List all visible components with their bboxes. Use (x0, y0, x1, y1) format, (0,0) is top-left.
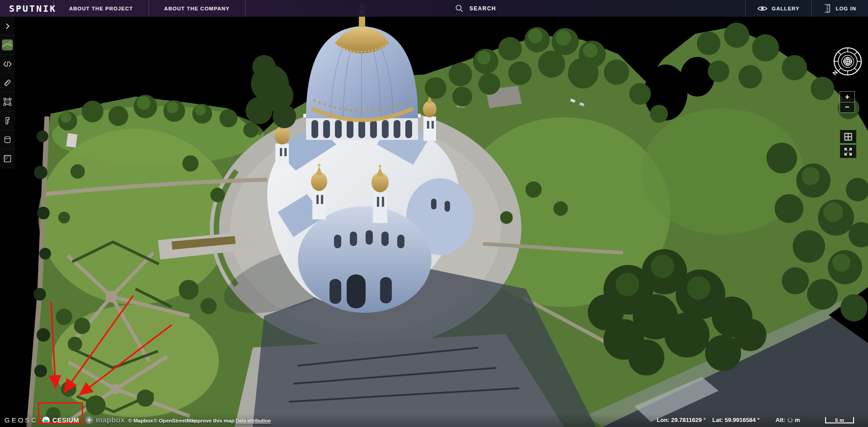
alt-unit: m (795, 417, 800, 423)
top-navbar: SPUTNIK ABOUT THE PROJECT ABOUT THE COMP… (0, 0, 868, 17)
status-bar: GEOSCAN CESIUM mapbox © Mapbox © OpenStr… (0, 413, 868, 427)
lon-label: Lon: (657, 417, 669, 423)
basemap-thumbnail (2, 39, 13, 51)
copyright-osm: © OpenStreetMap (153, 418, 197, 423)
latitude-readout: Lat: 59.9916584 ° (712, 417, 760, 423)
height-ruler-icon (4, 116, 11, 125)
fullscreen-button[interactable] (840, 145, 856, 158)
login-button[interactable]: LOG IN (812, 0, 868, 17)
measure-volume-button[interactable] (0, 130, 15, 149)
data-attribution-link[interactable]: Data attribution (236, 418, 271, 423)
cesium-icon (42, 416, 50, 424)
geoscan-text: GEOSC (5, 416, 38, 424)
gallery-button[interactable]: GALLERY (746, 0, 812, 17)
cesium-label: CESIUM (52, 417, 79, 424)
zoom-controls: + − (840, 91, 855, 113)
nav-item-about-company[interactable]: ABOUT THE COMPANY (149, 0, 245, 17)
altitude-loading-spinner (788, 418, 793, 422)
copyright-mapbox: © Mapbox (128, 418, 153, 423)
zoom-out-button[interactable]: − (840, 102, 854, 112)
login-label: LOG IN (836, 6, 856, 11)
cylinder-icon (4, 135, 11, 144)
lat-value: 59.9916584 ° (724, 417, 760, 423)
compass-control[interactable]: N (831, 43, 865, 79)
clip-icon (3, 154, 12, 163)
improve-map-link[interactable]: Improve this map (191, 418, 234, 423)
code-icon (3, 61, 12, 67)
nav-item-about-project[interactable]: ABOUT THE PROJECT (54, 0, 149, 17)
cesium-logo[interactable]: CESIUM (42, 416, 79, 424)
sputnik-logo[interactable]: SPUTNIK (0, 0, 53, 17)
grid-view-button[interactable] (840, 130, 856, 143)
map-scale-bar: 5 m (825, 417, 854, 423)
lon-value: 29.7811629 ° (671, 417, 706, 423)
grid-icon (844, 132, 853, 141)
fullscreen-icon (844, 147, 853, 156)
scale-label: 5 m (835, 418, 844, 423)
clip-model-button[interactable] (0, 149, 15, 168)
gallery-label: GALLERY (772, 6, 800, 11)
ruler-icon (3, 79, 12, 87)
alt-label: Alt: (775, 417, 785, 423)
lat-label: Lat: (712, 417, 723, 423)
tool-sidebar (0, 17, 15, 168)
search-icon (455, 4, 464, 13)
altitude-readout: Alt:m (775, 417, 800, 423)
embed-code-button[interactable] (0, 55, 15, 74)
measure-height-button[interactable] (0, 111, 15, 130)
nav-divider (245, 0, 246, 17)
longitude-readout: Lon: 29.7811629 ° (657, 417, 706, 423)
search-button[interactable]: SEARCH (455, 0, 496, 17)
gyro-icon (844, 57, 852, 65)
mapbox-label: mapbox (96, 416, 125, 424)
eye-icon (757, 5, 767, 12)
zoom-in-button[interactable]: + (840, 92, 854, 102)
measure-distance-button[interactable] (0, 74, 15, 93)
chevron-right-icon (5, 23, 11, 29)
mapbox-logo[interactable]: mapbox (85, 416, 125, 424)
mapbox-icon (85, 416, 93, 424)
expand-panel-button[interactable] (0, 17, 15, 36)
door-icon (823, 4, 831, 13)
search-label: SEARCH (469, 5, 496, 12)
scene-3d-viewport[interactable] (0, 0, 868, 427)
layers-preview-button[interactable] (0, 36, 15, 55)
measure-area-button[interactable] (0, 93, 15, 111)
area-icon (3, 97, 12, 106)
